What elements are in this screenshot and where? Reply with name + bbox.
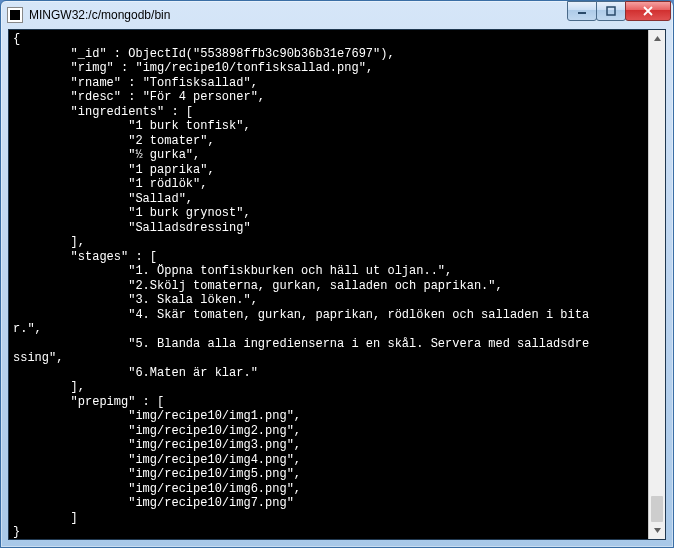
scroll-thumb[interactable]: [651, 496, 663, 522]
prepimg-item: "img/recipe10/img2.png": [128, 424, 294, 438]
json-val-rname: "Tonfisksallad": [143, 76, 251, 90]
stage-item-wrap: r.",: [13, 322, 42, 336]
terminal-icon: [7, 7, 23, 23]
titlebar[interactable]: MINGW32:/c/mongodb/bin: [1, 1, 673, 29]
terminal-window: MINGW32:/c/mongodb/bin { "_id" : ObjectI…: [0, 0, 674, 548]
json-key-id: "_id": [71, 47, 107, 61]
minimize-button[interactable]: [567, 1, 597, 21]
svg-rect-1: [607, 7, 615, 15]
window-controls: [568, 1, 671, 21]
json-key-rname: "rname": [71, 76, 121, 90]
json-key-rdesc: "rdesc": [71, 90, 121, 104]
stage-item: "2.Skölj tomaterna, gurkan, salladen och…: [128, 279, 502, 293]
json-val-id: ObjectId("553898ffb3c90b36b31e7697"): [128, 47, 387, 61]
prepimg-item: "img/recipe10/img4.png": [128, 453, 294, 467]
stage-item: "6.Maten är klar.": [128, 366, 258, 380]
ingredient-item: "Sallad": [128, 192, 186, 206]
prepimg-item: "img/recipe10/img1.png": [128, 409, 294, 423]
json-key-rimg: "rimg": [71, 61, 114, 75]
prepimg-item: "img/recipe10/img6.png": [128, 482, 294, 496]
client-area: { "_id" : ObjectId("553898ffb3c90b36b31e…: [8, 29, 666, 540]
json-val-rimg: "img/recipe10/tonfisksallad.png": [135, 61, 365, 75]
maximize-button[interactable]: [596, 1, 626, 21]
json-brace-close: }: [13, 525, 20, 539]
ingredient-item: "Salladsdressing": [128, 221, 250, 235]
stage-item: "5. Blanda alla ingredienserna i en skål…: [128, 337, 589, 351]
prepimg-item: "img/recipe10/img7.png": [128, 496, 294, 510]
stage-item-wrap: ssing",: [13, 351, 63, 365]
prepimg-item: "img/recipe10/img3.png": [128, 438, 294, 452]
stage-item: "1. Öppna tonfiskburken och häll ut olja…: [128, 264, 452, 278]
svg-rect-0: [578, 12, 586, 14]
ingredient-item: "1 paprika": [128, 163, 207, 177]
scroll-down-button[interactable]: [649, 522, 665, 539]
stage-item: "4. Skär tomaten, gurkan, paprikan, rödl…: [128, 308, 589, 322]
stage-item: "3. Skala löken.",: [128, 293, 258, 307]
ingredient-item: "2 tomater": [128, 134, 207, 148]
scroll-up-button[interactable]: [649, 30, 665, 47]
close-button[interactable]: [625, 1, 671, 21]
terminal-output[interactable]: { "_id" : ObjectId("553898ffb3c90b36b31e…: [9, 30, 648, 539]
json-brace-open: {: [13, 32, 20, 46]
json-key-prepimg: "prepimg": [71, 395, 136, 409]
ingredient-item: "½ gurka": [128, 148, 193, 162]
json-key-stages: "stages": [71, 250, 129, 264]
ingredient-item: "1 burk grynost": [128, 206, 243, 220]
scroll-track[interactable]: [649, 47, 665, 522]
prepimg-item: "img/recipe10/img5.png": [128, 467, 294, 481]
ingredient-item: "1 burk tonfisk": [128, 119, 243, 133]
json-key-ingredients: "ingredients": [71, 105, 165, 119]
ingredient-item: "1 rödlök": [128, 177, 200, 191]
vertical-scrollbar[interactable]: [648, 30, 665, 539]
json-val-rdesc: "För 4 personer": [143, 90, 258, 104]
